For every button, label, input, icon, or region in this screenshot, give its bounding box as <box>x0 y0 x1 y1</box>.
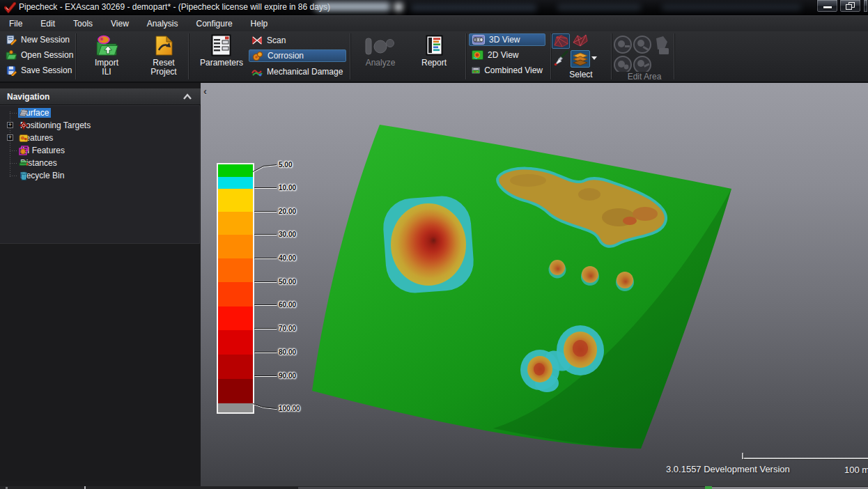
expand-icon[interactable]: + <box>7 122 13 128</box>
mesh-select-icon <box>552 34 569 48</box>
menu-help[interactable]: Help <box>242 17 277 31</box>
nav-item-features[interactable]: + Features <box>0 132 200 144</box>
minimize-button[interactable] <box>816 0 838 13</box>
bottom-progress-mark <box>705 486 712 489</box>
import-ili-icon <box>95 35 118 57</box>
toolbar-separator <box>465 33 466 79</box>
collapse-panel-icon[interactable] <box>183 93 192 100</box>
legend-label: 40.00 <box>279 254 309 262</box>
pipecheck-window: Pipecheck - EXAscan 30269 - demopart* - … <box>0 0 868 489</box>
menu-file[interactable]: File <box>0 17 31 31</box>
view-2d[interactable]: 2D View <box>469 49 545 61</box>
menu-analysis[interactable]: Analysis <box>138 17 187 31</box>
viewport-3d[interactable]: ‹ <box>201 83 868 481</box>
blurred-background-content <box>411 4 536 11</box>
menu-edit[interactable]: Edit <box>31 17 64 31</box>
view-3d-active[interactable]: 3D View <box>469 33 545 46</box>
legend-label: 10.00 <box>279 184 309 192</box>
view-combined[interactable]: Combined View <box>469 64 545 77</box>
save-session-button[interactable]: Save Session <box>3 64 75 77</box>
toolbar-separator <box>188 33 189 79</box>
legend-label: 30.00 <box>279 231 309 238</box>
reset-project-icon <box>153 35 174 56</box>
paintbrush-icon <box>552 50 569 67</box>
nav-item-positioning-targets[interactable]: + Positioning Targets <box>0 119 200 132</box>
select-mesh-lasso-button[interactable] <box>572 33 590 49</box>
legend-label: 20.00 <box>279 208 309 215</box>
navigation-title: Navigation <box>0 92 183 102</box>
view-3d-label: 3D View <box>489 35 520 45</box>
surface-icon <box>18 107 29 118</box>
reset-project-button[interactable]: ResetProject <box>142 33 185 79</box>
nav-item-recycle-bin[interactable]: Recycle Bin <box>0 169 200 182</box>
analyze-button-disabled: Analyze <box>358 35 403 78</box>
edit-area-tools <box>613 34 673 72</box>
scan-icon <box>251 35 263 46</box>
mesh-lasso-icon <box>572 33 589 47</box>
toolbar: New Session Open Session Save Session <box>0 31 868 83</box>
menu-tools[interactable]: Tools <box>64 17 102 31</box>
nav-item-ili-features[interactable]: ILI Features <box>0 144 200 157</box>
new-session-icon <box>6 34 17 45</box>
pipecheck-logo-icon <box>4 2 16 13</box>
toolbar-separator <box>350 33 350 79</box>
content-area: Navigation Surface + <box>0 83 868 481</box>
scale-label: 100 m <box>844 465 868 475</box>
blurred-background-content <box>557 4 641 10</box>
scale-ruler <box>737 451 868 462</box>
corrosion-pit-large <box>381 194 475 295</box>
open-session-button[interactable]: Open Session <box>3 49 76 61</box>
view-2d-icon <box>472 50 483 60</box>
nav-item-positioning-targets-label: Positioning Targets <box>18 121 93 130</box>
layers-icon <box>571 51 589 67</box>
mode-corrosion-active[interactable]: Corrosion <box>249 49 346 62</box>
bottom-panel-edge <box>0 481 868 489</box>
import-ili-button[interactable]: ImportILI <box>85 33 128 79</box>
blurred-close-glyph <box>394 3 403 11</box>
recycle-bin-icon <box>18 170 29 181</box>
analyze-label: Analyze <box>358 59 403 68</box>
restore-button[interactable] <box>839 0 861 13</box>
parameters-button[interactable]: Parameters <box>199 33 244 79</box>
brush-select-button[interactable] <box>552 50 569 67</box>
reset-project-label: ResetProject <box>142 59 185 77</box>
new-session-button[interactable]: New Session <box>3 33 72 46</box>
legend-label: 90.00 <box>279 372 309 380</box>
select-mesh-button-active[interactable] <box>552 33 570 49</box>
layers-dropdown-caret-icon[interactable] <box>591 56 597 60</box>
distances-icon <box>18 157 29 169</box>
mode-mechanical-damage[interactable]: Mechanical Damage <box>249 65 346 78</box>
save-session-icon <box>6 65 17 76</box>
layers-button[interactable] <box>571 50 590 68</box>
navigation-tree: Surface + Positioning Targets + <box>0 105 200 244</box>
parameters-label: Parameters <box>198 59 245 68</box>
window-title: Pipecheck - EXAscan 30269 - demopart* - … <box>19 2 330 12</box>
view-combined-label: Combined View <box>484 65 543 75</box>
expand-icon[interactable]: + <box>7 134 13 141</box>
title-bar: Pipecheck - EXAscan 30269 - demopart* - … <box>0 0 868 15</box>
close-button-clipped[interactable] <box>863 0 868 13</box>
view-2d-label: 2D View <box>488 50 518 60</box>
features-icon <box>18 132 29 143</box>
nav-item-distances[interactable]: Distances <box>0 157 200 169</box>
blurred-background-content <box>662 4 801 10</box>
legend-label: 5.00 <box>279 161 309 169</box>
menu-configure[interactable]: Configure <box>187 17 242 31</box>
report-icon <box>426 35 443 56</box>
nav-item-surface[interactable]: Surface <box>0 107 200 119</box>
edit-area-group-label: Edit Area <box>619 72 670 82</box>
legend-label: 60.00 <box>279 301 309 309</box>
positioning-targets-icon <box>18 120 29 131</box>
mode-scan[interactable]: Scan <box>249 34 346 47</box>
corrosion-icon <box>252 50 263 61</box>
open-session-icon <box>6 49 17 61</box>
new-session-label: New Session <box>21 35 70 45</box>
toolbar-separator <box>674 33 674 79</box>
bottom-panel-tick <box>84 486 86 489</box>
blurred-background-window <box>315 2 390 11</box>
menu-view[interactable]: View <box>102 17 138 31</box>
save-session-label: Save Session <box>21 65 72 75</box>
mechanical-damage-icon <box>251 66 263 77</box>
report-button[interactable]: Report <box>414 33 454 79</box>
legend-label: 100.00 <box>279 405 309 412</box>
